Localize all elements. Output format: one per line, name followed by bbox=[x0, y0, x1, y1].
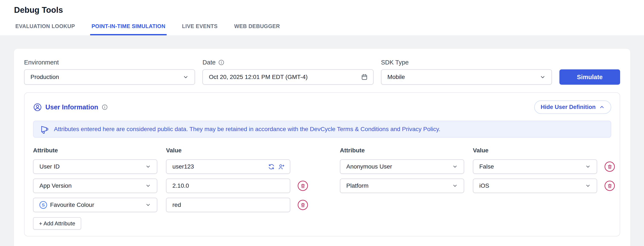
date-label-wrap: Date bbox=[202, 59, 373, 66]
simulation-form: Environment Production Date bbox=[24, 59, 620, 85]
simulation-card: Environment Production Date bbox=[14, 49, 630, 246]
value-select-label: False bbox=[479, 163, 494, 170]
user-information-title: User Information bbox=[46, 103, 98, 111]
add-attribute-button[interactable]: + Add Attribute bbox=[33, 217, 81, 230]
chevron-down-icon bbox=[145, 183, 151, 189]
favourite-colour-value-wrap bbox=[166, 198, 290, 212]
attributes-left-group: Attribute Value User ID bbox=[33, 147, 308, 230]
value-column-header: Value bbox=[166, 147, 290, 154]
delete-attribute-button[interactable] bbox=[604, 181, 615, 191]
chevron-down-icon bbox=[452, 164, 458, 169]
trash-icon bbox=[607, 183, 612, 189]
date-input[interactable] bbox=[203, 70, 373, 84]
chevron-down-icon bbox=[145, 164, 151, 169]
left-column-headers: Attribute Value bbox=[33, 147, 308, 154]
app-version-input[interactable] bbox=[166, 179, 290, 193]
hide-user-definition-label: Hide User Definition bbox=[541, 104, 596, 110]
sdk-type-value: Mobile bbox=[388, 74, 405, 80]
user-information-title-wrap: User Information bbox=[33, 103, 108, 112]
delete-attribute-button[interactable] bbox=[604, 162, 615, 172]
delete-attribute-button[interactable] bbox=[298, 200, 308, 210]
trash-icon bbox=[300, 202, 306, 208]
chevron-down-icon bbox=[585, 183, 591, 189]
tab-live-events[interactable]: LIVE EVENTS bbox=[181, 23, 219, 35]
environment-select[interactable]: Production bbox=[24, 69, 195, 85]
date-input-wrap bbox=[202, 69, 373, 85]
attribute-select-label: Platform bbox=[346, 182, 368, 189]
tab-point-in-time-simulation[interactable]: POINT-IN-TIME SIMULATION bbox=[90, 23, 167, 35]
string-type-badge: S bbox=[40, 201, 47, 209]
attribute-select-platform[interactable]: Platform bbox=[340, 179, 464, 193]
public-data-notice-text: Attributes entered here are considered p… bbox=[54, 126, 440, 133]
attribute-row-user-id: User ID bbox=[33, 159, 308, 174]
attribute-select-favourite-colour[interactable]: S Favourite Colour bbox=[33, 198, 157, 212]
attribute-column-header: Attribute bbox=[340, 147, 464, 154]
public-data-notice: Attributes entered here are considered p… bbox=[33, 121, 611, 138]
info-icon[interactable] bbox=[102, 104, 108, 110]
attribute-select-app-version[interactable]: App Version bbox=[33, 179, 157, 193]
page-header: Debug Tools EVALUATION LOOKUP POINT-IN-T… bbox=[0, 0, 644, 35]
attribute-select-label: Anonymous User bbox=[346, 163, 392, 170]
user-information-header: User Information Hide User Definition bbox=[33, 100, 611, 114]
refresh-icon[interactable] bbox=[268, 163, 275, 170]
favourite-colour-input[interactable] bbox=[166, 198, 290, 212]
attributes-right-group: Attribute Value Anonymous User False bbox=[340, 147, 615, 230]
attribute-column-header: Attribute bbox=[33, 147, 157, 154]
attribute-row-platform: Platform iOS bbox=[340, 179, 615, 193]
simulate-button[interactable]: Simulate bbox=[560, 69, 620, 85]
sdk-type-field: SDK Type Mobile bbox=[381, 59, 552, 85]
user-circle-icon bbox=[33, 103, 42, 112]
attribute-select-label: User ID bbox=[40, 163, 60, 170]
attribute-select-label: App Version bbox=[40, 182, 72, 189]
app-version-value-wrap bbox=[166, 179, 290, 193]
tab-evaluation-lookup[interactable]: EVALUATION LOOKUP bbox=[14, 23, 76, 35]
date-field: Date bbox=[202, 59, 373, 85]
chevron-down-icon bbox=[540, 74, 546, 80]
page-content: Environment Production Date bbox=[0, 35, 644, 246]
date-label: Date bbox=[202, 59, 216, 66]
tab-bar: EVALUATION LOOKUP POINT-IN-TIME SIMULATI… bbox=[14, 23, 281, 35]
chevron-down-icon bbox=[452, 183, 458, 189]
chevron-down-icon bbox=[585, 164, 591, 169]
platform-value-select[interactable]: iOS bbox=[473, 179, 597, 193]
value-select-label: iOS bbox=[479, 182, 489, 189]
attributes-grid: Attribute Value User ID bbox=[33, 147, 611, 230]
value-column-header: Value bbox=[473, 147, 597, 154]
user-id-value-wrap bbox=[166, 159, 290, 174]
chevron-up-icon bbox=[599, 104, 605, 110]
user-information-section: User Information Hide User Definition At… bbox=[24, 92, 620, 237]
chevron-down-icon bbox=[183, 74, 188, 80]
sdk-type-label: SDK Type bbox=[381, 59, 552, 66]
tab-web-debugger[interactable]: WEB DEBUGGER bbox=[233, 23, 281, 35]
delete-attribute-button[interactable] bbox=[298, 181, 308, 191]
calendar-icon[interactable] bbox=[361, 73, 368, 81]
environment-label: Environment bbox=[24, 59, 195, 66]
attribute-row-app-version: App Version bbox=[33, 179, 308, 193]
info-icon[interactable] bbox=[218, 59, 224, 65]
sdk-type-select[interactable]: Mobile bbox=[381, 69, 552, 85]
attribute-select-label: Favourite Colour bbox=[50, 202, 94, 208]
attribute-select-anonymous-user[interactable]: Anonymous User bbox=[340, 159, 464, 174]
attribute-row-favourite-colour: S Favourite Colour bbox=[33, 198, 308, 212]
add-user-icon[interactable] bbox=[278, 163, 285, 170]
attribute-row-anonymous-user: Anonymous User False bbox=[340, 159, 615, 174]
anonymous-user-value-select[interactable]: False bbox=[473, 159, 597, 174]
trash-icon bbox=[607, 164, 612, 169]
chevron-down-icon bbox=[145, 202, 151, 208]
trash-icon bbox=[300, 183, 306, 189]
attribute-select-label-wrap: S Favourite Colour bbox=[40, 201, 94, 209]
attribute-select-user-id[interactable]: User ID bbox=[33, 159, 157, 174]
page-title: Debug Tools bbox=[14, 0, 644, 15]
right-column-headers: Attribute Value bbox=[340, 147, 615, 154]
megaphone-icon bbox=[40, 124, 49, 134]
environment-field: Environment Production bbox=[24, 59, 195, 85]
environment-value: Production bbox=[30, 74, 59, 80]
hide-user-definition-button[interactable]: Hide User Definition bbox=[534, 100, 611, 114]
